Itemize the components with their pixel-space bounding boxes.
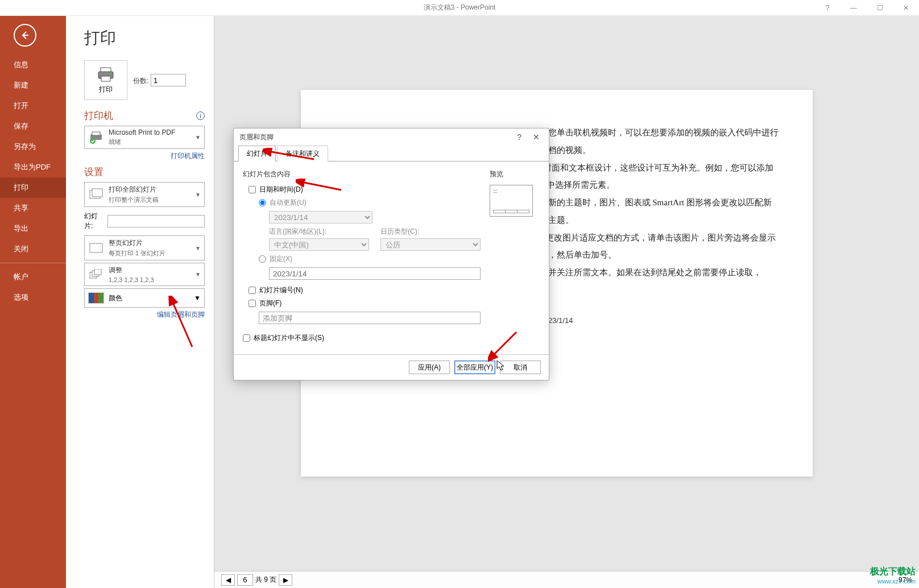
footer-text-input[interactable]	[259, 312, 481, 324]
collate-line2: 1,2,3 1,2,3 1,2,3	[109, 276, 195, 283]
titlebar: 演示文稿3 - PowerPoint ? — ☐ ✕	[0, 0, 919, 16]
page-total-label: 共 9 页	[255, 575, 276, 585]
apply-all-button[interactable]: 全部应用(Y)	[454, 361, 495, 374]
footer-checkbox[interactable]	[249, 300, 256, 307]
printer-section-header: 打印机	[84, 109, 113, 122]
dialog-close-button[interactable]: ✕	[529, 131, 543, 143]
watermark-url: www.xz7.com	[870, 578, 916, 585]
calendar-select[interactable]: 公历	[380, 238, 481, 251]
include-on-slide-label: 幻灯片包含内容	[243, 169, 481, 179]
tab-slide[interactable]: 幻灯片	[238, 146, 276, 162]
printer-properties-link[interactable]: 打印机属性	[84, 151, 205, 161]
hide-on-title-checkbox[interactable]	[243, 334, 250, 342]
print-range-dropdown[interactable]: 打印全部幻灯片 打印整个演示文稿 ▼	[84, 182, 205, 207]
datetime-label: 日期和时间(D)	[259, 185, 303, 194]
print-button[interactable]: 打印	[84, 60, 127, 100]
page-number-input[interactable]	[237, 574, 253, 586]
tab-notes-handouts[interactable]: 备注和讲义	[277, 146, 328, 162]
fixed-date-input[interactable]	[269, 267, 481, 280]
print-settings-pane: 打印 打印 份数: 打印机 i	[66, 16, 214, 588]
sidebar-item-share[interactable]: 共享	[0, 198, 66, 218]
sidebar-item-options[interactable]: 选项	[0, 287, 66, 308]
slide-number-checkbox[interactable]	[249, 287, 256, 294]
svg-rect-9	[90, 243, 102, 252]
arrow-left-icon	[19, 30, 31, 41]
dialog-titlebar[interactable]: 页眉和页脚 ? ✕	[234, 129, 549, 146]
sidebar-item-save[interactable]: 保存	[0, 116, 66, 136]
dialog-help-button[interactable]: ?	[514, 131, 525, 143]
watermark: 极光下载站 www.xz7.com	[870, 566, 916, 585]
preview-section-label: 预览	[490, 169, 540, 179]
chevron-down-icon: ▼	[195, 192, 201, 198]
sidebar-item-account[interactable]: 帐户	[0, 267, 66, 287]
apply-button[interactable]: 应用(A)	[409, 361, 450, 374]
print-button-label: 打印	[99, 85, 113, 94]
auto-update-radio[interactable]	[259, 199, 266, 206]
window-title: 演示文稿3 - PowerPoint	[424, 3, 496, 13]
slides-icon	[89, 188, 104, 201]
window-controls: ? — ☐ ✕	[814, 0, 919, 16]
close-button[interactable]: ✕	[893, 0, 919, 16]
copies-input[interactable]	[151, 74, 186, 86]
printer-dropdown[interactable]: Microsoft Print to PDF 就绪 ▼	[84, 126, 205, 149]
slide-number-label: 幻灯片编号(N)	[259, 285, 303, 295]
sidebar-item-print[interactable]: 打印	[0, 177, 66, 198]
help-icon[interactable]: ?	[814, 0, 841, 16]
sidebar-item-export[interactable]: 导出	[0, 218, 66, 239]
language-select[interactable]: 中文(中国)	[269, 238, 369, 251]
settings-section-header: 设置	[84, 165, 104, 179]
color-label: 颜色	[109, 293, 194, 303]
next-page-button[interactable]: ▶	[279, 574, 292, 586]
datetime-checkbox[interactable]	[249, 186, 256, 193]
backstage-sidebar: 信息 新建 打开 保存 另存为 导出为PDF 打印 共享 导出 关闭 帐户 选项	[0, 16, 66, 588]
svg-rect-2	[101, 76, 110, 81]
chevron-down-icon: ▼	[195, 245, 201, 251]
sidebar-item-open[interactable]: 打开	[0, 96, 66, 116]
minimize-button[interactable]: —	[841, 0, 867, 16]
sidebar-item-new[interactable]: 新建	[0, 75, 66, 96]
cancel-button[interactable]: 取消	[500, 361, 541, 374]
chevron-down-icon: ▼	[195, 271, 201, 278]
sidebar-item-info[interactable]: 信息	[0, 55, 66, 75]
maximize-button[interactable]: ☐	[867, 0, 893, 16]
svg-rect-5	[92, 132, 100, 135]
printer-status: 就绪	[109, 138, 195, 146]
collate-icon	[89, 269, 104, 280]
printer-name: Microsoft Print to PDF	[109, 129, 195, 136]
layout-line1: 整页幻灯片	[109, 238, 195, 248]
footer-label: 页脚(F)	[259, 299, 282, 308]
layout-line2: 每页打印 1 张幻灯片	[109, 249, 195, 258]
chevron-down-icon: ▼	[195, 134, 201, 140]
color-dropdown[interactable]: 颜色 ▼	[84, 288, 205, 308]
prev-page-button[interactable]: ◀	[221, 574, 235, 586]
slides-field-label: 幻灯片:	[84, 212, 104, 231]
sidebar-item-saveas[interactable]: 另存为	[0, 136, 66, 157]
svg-point-3	[110, 72, 112, 74]
printer-icon	[96, 67, 115, 82]
fixed-label: 固定(X)	[270, 254, 292, 264]
auto-date-select[interactable]: 2023/1/14	[269, 211, 372, 223]
sidebar-item-close[interactable]: 关闭	[0, 239, 66, 259]
collate-dropdown[interactable]: 调整 1,2,3 1,2,3 1,2,3 ▼	[84, 263, 205, 286]
print-range-line1: 打印全部幻灯片	[109, 185, 195, 194]
edit-header-footer-link[interactable]: 编辑页眉和页脚	[84, 310, 205, 320]
dialog-title: 页眉和页脚	[239, 132, 274, 142]
copies-label: 份数:	[133, 77, 148, 85]
layout-dropdown[interactable]: 整页幻灯片 每页打印 1 张幻灯片 ▼	[84, 235, 205, 260]
svg-point-6	[90, 138, 96, 144]
print-range-line2: 打印整个演示文稿	[109, 196, 195, 204]
sidebar-item-export-pdf[interactable]: 导出为PDF	[0, 157, 66, 177]
chevron-down-icon: ▼	[194, 294, 201, 302]
slides-range-input[interactable]	[107, 215, 205, 227]
collate-line1: 调整	[109, 266, 195, 275]
svg-rect-8	[92, 189, 102, 197]
svg-rect-12	[94, 269, 101, 275]
printer-ready-icon	[89, 131, 104, 144]
info-icon[interactable]: i	[196, 111, 205, 120]
color-icon	[88, 292, 104, 304]
calendar-label: 日历类型(C):	[380, 227, 481, 237]
fixed-radio[interactable]	[259, 255, 266, 263]
language-label: 语言(国家/地区)(L):	[269, 227, 369, 237]
back-button[interactable]	[14, 24, 36, 47]
auto-update-label: 自动更新(U)	[270, 198, 307, 208]
